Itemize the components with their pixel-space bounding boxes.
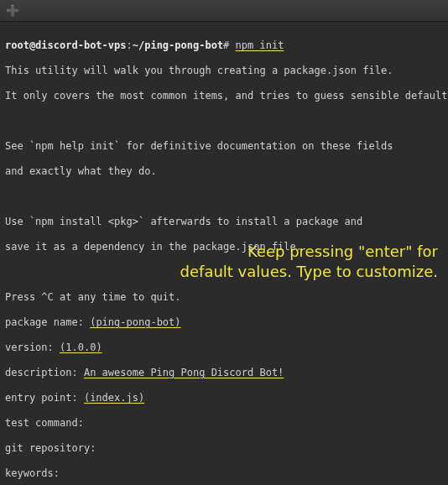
field-description: description: An awesome Ping Pong Discor… — [5, 367, 443, 379]
field-keywords: keywords: — [5, 467, 443, 480]
field-test-command: test command: — [5, 417, 443, 430]
intro-line: Use `npm install <pkg>` afterwards to in… — [5, 216, 443, 228]
field-entry-point: entry point: (index.js) — [5, 392, 443, 404]
blank-line — [5, 190, 443, 203]
intro-line: Press ^C at any time to quit. — [5, 291, 443, 304]
intro-line: This utility will walk you through creat… — [5, 65, 443, 77]
titlebar: ➕ — [0, 0, 448, 22]
field-package-name: package name: (ping-pong-bot) — [5, 316, 443, 329]
intro-line: and exactly what they do. — [5, 165, 443, 178]
prompt-path: ~/ping-pong-bot — [133, 39, 223, 51]
field-version: version: (1.0.0) — [5, 342, 443, 354]
new-tab-icon[interactable]: ➕ — [7, 5, 18, 17]
annotation-line: default values. Type to customize. — [161, 262, 438, 282]
annotation-line: Keep pressing "enter" for — [161, 242, 438, 262]
intro-line: It only covers the most common items, an… — [5, 90, 443, 102]
prompt-line-1: root@discord-bot-vps:~/ping-pong-bot# np… — [5, 39, 443, 52]
intro-line: See `npm help init` for definitive docum… — [5, 140, 443, 153]
annotation-overlay: Keep pressing "enter" for default values… — [161, 242, 438, 282]
field-git-repository: git repository: — [5, 442, 443, 455]
command-npm-init: npm init — [236, 39, 284, 51]
blank-line — [5, 115, 443, 128]
prompt-user-host: root@discord-bot-vps — [5, 39, 127, 51]
